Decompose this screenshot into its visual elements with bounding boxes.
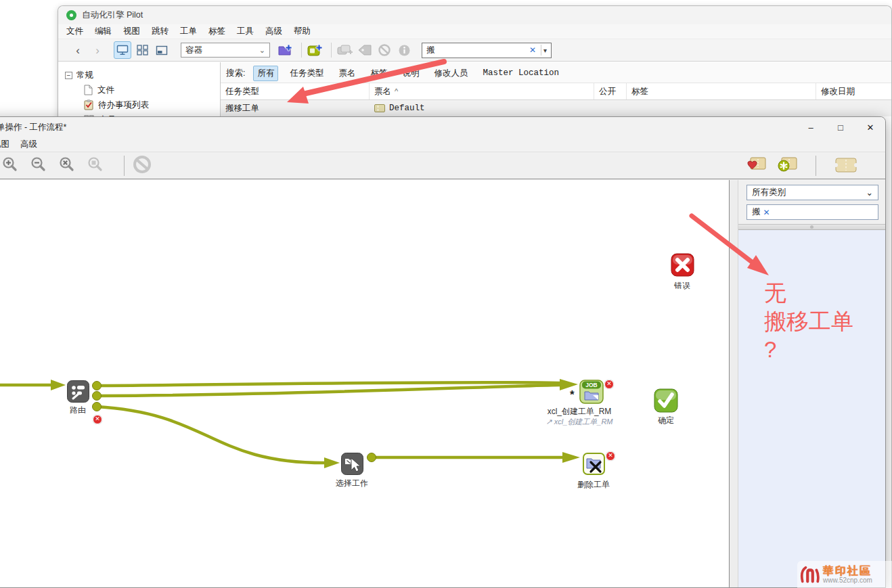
task-panel-filters: 所有类别 ⌄ 搬 ✕ — [738, 180, 885, 224]
category-select-value: 所有类别 — [752, 187, 866, 198]
file-icon — [84, 85, 93, 95]
tag-button[interactable] — [356, 41, 374, 59]
menu-advanced[interactable]: 高级 — [265, 26, 282, 37]
col-modified-date[interactable]: 修改日期 — [816, 83, 891, 99]
col-public[interactable]: 公开 — [594, 83, 627, 99]
node-error-icon[interactable] — [671, 253, 694, 279]
menu-view[interactable]: 视图 — [123, 26, 140, 37]
pilot-titlebar[interactable]: 自动化引擎 Pilot — [58, 6, 891, 24]
workflow-content: 路由 ✕ 错误 JOB * ✕ xcl_创建工单_RM ↗ xcl_创建工单_R… — [0, 180, 885, 587]
zoom-in-button[interactable] — [2, 156, 18, 175]
delete-job-error-badge: ✕ — [606, 451, 615, 461]
node-delete-job-icon[interactable] — [583, 453, 605, 477]
zoom-reset-button[interactable] — [59, 156, 75, 175]
back-button[interactable]: ‹ — [69, 41, 87, 59]
node-create-job-icon[interactable]: JOB — [579, 380, 604, 406]
zoom-out-button[interactable] — [30, 156, 47, 175]
maximize-button[interactable]: □ — [826, 117, 855, 137]
favorite-ticket-button[interactable] — [745, 156, 767, 177]
chevron-down-icon: ⌄ — [259, 46, 265, 55]
route-error-badge: ✕ — [93, 415, 102, 424]
search-dropdown-icon[interactable]: ▾ — [543, 47, 547, 54]
col-tags[interactable]: 标签 — [627, 83, 816, 99]
workflow-edges — [0, 180, 730, 587]
cancel-workflow-button[interactable] — [133, 155, 152, 176]
zoom-fit-button[interactable] — [87, 156, 104, 175]
collapse-icon[interactable]: − — [65, 72, 72, 79]
search-filter-label: 搜索: — [226, 68, 245, 79]
forward-icon: › — [93, 45, 102, 56]
node-route-icon[interactable] — [67, 380, 89, 405]
filter-modified-by[interactable]: 修改人员 — [430, 66, 471, 81]
create-job-error-badge: ✕ — [604, 380, 614, 389]
panel-splitter[interactable] — [738, 224, 885, 230]
new-ticket-button[interactable] — [307, 41, 324, 59]
close-button[interactable]: ✕ — [855, 117, 885, 137]
tree-node-general[interactable]: − 常规 — [65, 68, 220, 83]
canvas-scrollbar[interactable] — [730, 180, 738, 587]
col-label: 票名 — [374, 86, 391, 97]
pilot-search-input[interactable]: 搬 ✕ ▾ — [422, 43, 552, 58]
block-button[interactable] — [376, 41, 393, 59]
table-row[interactable]: 搬移工单 Default — [221, 100, 891, 116]
menu-job[interactable]: 工单 — [180, 26, 197, 37]
table-header: 任务类型 票名^ 公开 标签 修改日期 — [221, 83, 891, 100]
col-ticket-name[interactable]: 票名^ — [370, 83, 594, 99]
menu-tools[interactable]: 工具 — [237, 26, 254, 37]
menu-file[interactable]: 文件 — [66, 26, 83, 37]
info-button[interactable] — [395, 41, 413, 59]
menu-goto[interactable]: 跳转 — [152, 26, 169, 37]
menu-edit[interactable]: 编辑 — [95, 26, 112, 37]
workflow-menubar: 视图 高级 — [0, 137, 885, 152]
workflow-window-title: 单操作 - 工作流程* — [0, 122, 66, 133]
ticket-button[interactable] — [834, 156, 858, 177]
workflow-canvas[interactable]: 路由 ✕ 错误 JOB * ✕ xcl_创建工单_RM ↗ xcl_创建工单_R… — [0, 180, 730, 587]
clear-search-icon[interactable]: ✕ — [527, 45, 539, 55]
new-ticket-workflow-button[interactable] — [776, 156, 798, 177]
node-ok-label: 确定 — [640, 415, 692, 426]
ticket-actions — [745, 152, 858, 179]
filter-ticket-name[interactable]: 票名 — [335, 66, 359, 81]
menu-help[interactable]: 帮助 — [294, 26, 311, 37]
filter-all[interactable]: 所有 — [253, 66, 278, 81]
duplicate-button[interactable] — [336, 41, 354, 59]
tree-item-todo[interactable]: 待办事项列表 — [65, 97, 220, 112]
forward-button[interactable]: › — [89, 41, 106, 59]
col-label: 任务类型 — [225, 86, 259, 97]
back-icon: ‹ — [73, 45, 83, 56]
col-label: 公开 — [599, 86, 616, 97]
cell-task-type: 搬移工单 — [225, 103, 259, 114]
menu-wf-view[interactable]: 视图 — [0, 139, 9, 150]
node-create-job-sublabel[interactable]: ↗ xcl_创建工单_RM — [525, 417, 633, 427]
view-grid-button[interactable] — [133, 41, 151, 59]
node-select-job-icon[interactable] — [341, 453, 363, 477]
task-search-value: 搬 — [752, 206, 761, 218]
filter-description[interactable]: 说明 — [399, 66, 422, 81]
view-pane-button[interactable] — [153, 41, 171, 59]
col-label: 修改日期 — [821, 86, 855, 97]
filter-task-type[interactable]: 任务类型 — [286, 66, 327, 81]
container-select[interactable]: 容器 ⌄ — [181, 43, 270, 58]
col-task-type[interactable]: 任务类型 — [221, 83, 370, 99]
tree-item-files[interactable]: 文件 — [65, 83, 220, 97]
menu-wf-advanced[interactable]: 高级 — [20, 139, 37, 150]
new-folder-button[interactable] — [277, 41, 294, 59]
watermark: 華印社區 www.52cnp.com — [797, 561, 892, 588]
zoom-reset-icon — [59, 156, 75, 173]
task-result-list[interactable]: 无 搬移工单 ? — [738, 230, 885, 587]
task-search-input[interactable]: 搬 ✕ — [746, 204, 878, 220]
category-select[interactable]: 所有类别 ⌄ — [746, 185, 878, 200]
menu-tag[interactable]: 标签 — [208, 26, 225, 37]
filter-master-location[interactable]: Master Location — [479, 67, 562, 79]
node-create-job-label: xcl_创建工单_RM — [525, 406, 633, 417]
filter-tags[interactable]: 标签 — [367, 66, 391, 81]
node-select-job-label: 选择工作 — [314, 478, 390, 489]
view-monitor-button[interactable] — [114, 41, 131, 59]
info-icon — [398, 44, 411, 57]
node-ok-icon[interactable] — [654, 388, 678, 415]
search-filter-row: 搜索: 所有 任务类型 票名 标签 说明 修改人员 Master Locatio… — [221, 62, 891, 83]
minimize-button[interactable]: – — [796, 117, 826, 137]
block-icon — [378, 43, 391, 57]
clear-search-icon[interactable]: ✕ — [761, 208, 773, 217]
workflow-titlebar[interactable]: 单操作 - 工作流程* – □ ✕ — [0, 117, 885, 137]
